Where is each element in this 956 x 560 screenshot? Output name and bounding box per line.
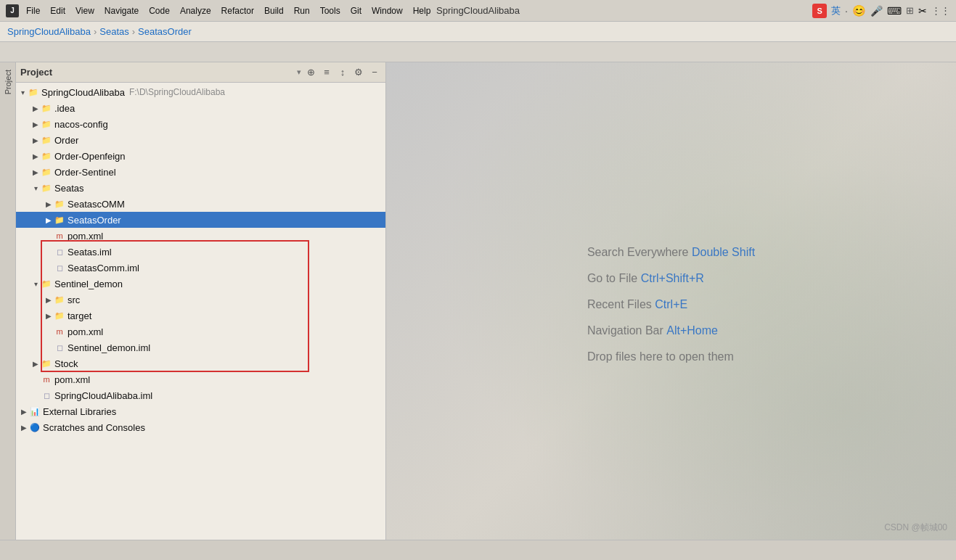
root-arrow: ▾ bbox=[17, 87, 28, 97]
idea-folder-icon: 📁 bbox=[41, 102, 52, 114]
status-bar bbox=[0, 540, 956, 560]
panel-icon-locate[interactable]: ⊕ bbox=[304, 66, 317, 79]
nacos-folder-icon: 📁 bbox=[41, 118, 52, 130]
shortcut-recent-key: Ctrl+E bbox=[655, 298, 687, 310]
sogou-dot: · bbox=[845, 5, 848, 17]
seatasorder-folder-icon: 📁 bbox=[54, 214, 65, 226]
sogou-mic[interactable]: 🎤 bbox=[870, 5, 883, 17]
tree-item-sentinel-iml[interactable]: ▶ ◻ Sentinel_demon.iml bbox=[16, 339, 385, 355]
menu-navigate[interactable]: Navigate bbox=[100, 4, 143, 17]
tree-item-sentinel-demon[interactable]: ▾ 📁 Sentinel_demon bbox=[16, 276, 385, 292]
panel-icon-collapse[interactable]: ≡ bbox=[320, 66, 333, 79]
scratches-label: Scratches and Consoles bbox=[43, 422, 145, 433]
shortcut-search-label: Search Everywhere bbox=[587, 246, 689, 258]
panel-icon-settings[interactable]: ⚙ bbox=[352, 66, 365, 79]
tree-item-seatas-iml[interactable]: ▶ ◻ Seatas.iml bbox=[16, 244, 385, 260]
menu-analyze[interactable]: Analyze bbox=[176, 4, 216, 17]
root-iml-label: SpringCloudAlibaba.iml bbox=[54, 390, 152, 401]
breadcrumb-root[interactable]: SpringCloudAlibaba bbox=[7, 26, 91, 37]
sogou-emoji[interactable]: 😊 bbox=[852, 4, 866, 17]
target-arrow: ▶ bbox=[44, 310, 54, 321]
menu-view[interactable]: View bbox=[71, 4, 99, 17]
ext-arrow: ▶ bbox=[19, 406, 29, 416]
menu-edit[interactable]: Edit bbox=[46, 4, 70, 17]
shortcut-navbar: Navigation Bar Alt+Home bbox=[587, 324, 755, 337]
sogou-keyboard[interactable]: ⌨ bbox=[887, 5, 902, 17]
menu-code[interactable]: Code bbox=[144, 4, 174, 17]
root-folder-icon: 📁 bbox=[28, 86, 39, 98]
openfeign-label: Order-Openfeign bbox=[54, 151, 126, 162]
tree-item-src[interactable]: ▶ 📁 src bbox=[16, 292, 385, 308]
tree-item-idea[interactable]: ▶ 📁 .idea bbox=[16, 100, 385, 116]
stock-label: Stock bbox=[54, 358, 78, 369]
menu-run[interactable]: Run bbox=[290, 4, 314, 17]
tree-item-seatascomm[interactable]: ▶ 📁 SeatascOMM bbox=[16, 196, 385, 212]
tree-item-nacos[interactable]: ▶ 📁 nacos-config bbox=[16, 116, 385, 132]
sogou-lang[interactable]: 英 bbox=[831, 4, 841, 17]
seatas-iml-icon: ◻ bbox=[54, 246, 65, 258]
seatasorder-label: SeatasOrder bbox=[68, 215, 121, 226]
tree-item-root-iml[interactable]: ▶ ◻ SpringCloudAlibaba.iml bbox=[16, 387, 385, 403]
seatas-folder-icon: 📁 bbox=[41, 182, 52, 194]
tree-item-order[interactable]: ▶ 📁 Order bbox=[16, 132, 385, 148]
tree-item-pom-root[interactable]: ▶ m pom.xml bbox=[16, 371, 385, 387]
src-label: src bbox=[68, 295, 80, 305]
panel-header: Project ▾ ⊕ ≡ ↕ ⚙ − bbox=[16, 62, 385, 83]
root-label: SpringCloudAlibaba bbox=[41, 87, 125, 98]
toolbar-bar bbox=[0, 42, 956, 62]
panel-icon-minimize[interactable]: − bbox=[368, 66, 381, 79]
tree-container[interactable]: ▾ 📁 SpringCloudAlibaba F:\D\SpringCloudA… bbox=[16, 83, 385, 560]
menu-tools[interactable]: Tools bbox=[316, 4, 345, 17]
shortcut-drop: Drop files here to open them bbox=[587, 350, 755, 363]
nacos-label: nacos-config bbox=[54, 119, 108, 130]
order-folder-icon: 📁 bbox=[41, 134, 52, 146]
scratches-icon: 🔵 bbox=[29, 421, 41, 433]
project-tab-label[interactable]: Project bbox=[2, 67, 14, 97]
tree-item-pom-sentinel[interactable]: ▶ m pom.xml bbox=[16, 324, 385, 339]
stock-folder-icon: 📁 bbox=[41, 358, 52, 369]
title-bar: J File Edit View Navigate Code Analyze R… bbox=[0, 0, 956, 22]
tree-item-order-sentinel[interactable]: ▶ 📁 Order-Sentinel bbox=[16, 164, 385, 180]
pom-seatas-icon: m bbox=[54, 230, 65, 242]
menu-window[interactable]: Window bbox=[367, 4, 407, 17]
src-folder-icon: 📁 bbox=[54, 294, 65, 305]
breadcrumb: SpringCloudAlibaba › Seatas › SeatasOrde… bbox=[0, 22, 956, 42]
menu-help[interactable]: Help bbox=[409, 4, 436, 17]
tree-item-stock[interactable]: ▶ 📁 Stock bbox=[16, 355, 385, 371]
seatascomm-folder-icon: 📁 bbox=[54, 198, 65, 210]
menu-bar: File Edit View Navigate Code Analyze Ref… bbox=[22, 4, 435, 17]
menu-build[interactable]: Build bbox=[260, 4, 288, 17]
shortcut-recent-label: Recent Files bbox=[587, 298, 652, 310]
shortcut-search: Search Everywhere Double Shift bbox=[587, 246, 755, 259]
sogou-scissors[interactable]: ✂ bbox=[918, 5, 927, 17]
menu-refactor[interactable]: Refactor bbox=[217, 4, 258, 17]
sentinel-demon-arrow: ▾ bbox=[30, 279, 41, 289]
tree-item-seatas[interactable]: ▾ 📁 Seatas bbox=[16, 180, 385, 196]
ext-lib-icon: 📊 bbox=[29, 405, 41, 417]
seatascomm-arrow: ▶ bbox=[44, 199, 54, 209]
app-logo: J bbox=[6, 4, 19, 17]
tree-item-ext-libraries[interactable]: ▶ 📊 External Libraries bbox=[16, 403, 385, 419]
shortcut-search-key: Double Shift bbox=[692, 246, 755, 258]
tree-item-scratches[interactable]: ▶ 🔵 Scratches and Consoles bbox=[16, 419, 385, 435]
tree-item-target[interactable]: ▶ 📁 target bbox=[16, 308, 385, 324]
sogou-logo: S bbox=[812, 4, 827, 18]
tree-item-pom-seatas[interactable]: ▶ m pom.xml bbox=[16, 228, 385, 244]
sogou-grid[interactable]: ⊞ bbox=[906, 5, 914, 16]
menu-git[interactable]: Git bbox=[346, 4, 366, 17]
target-label: target bbox=[68, 310, 91, 321]
panel-icon-sort[interactable]: ↕ bbox=[336, 66, 349, 79]
shortcut-drop-label: Drop files here to open them bbox=[587, 350, 734, 363]
breadcrumb-mid[interactable]: Seatas bbox=[99, 26, 128, 37]
watermark: CSDN @帧城00 bbox=[884, 522, 947, 534]
nacos-arrow: ▶ bbox=[30, 119, 41, 129]
sogou-more[interactable]: ⋮⋮ bbox=[931, 5, 950, 16]
menu-file[interactable]: File bbox=[22, 4, 44, 17]
tree-item-seatascomm-iml[interactable]: ▶ ◻ SeatasComm.iml bbox=[16, 260, 385, 276]
tree-item-seatasorder[interactable]: ▶ 📁 SeatasOrder bbox=[16, 212, 385, 228]
tree-item-order-openfeign[interactable]: ▶ 📁 Order-Openfeign bbox=[16, 148, 385, 164]
tree-root[interactable]: ▾ 📁 SpringCloudAlibaba F:\D\SpringCloudA… bbox=[16, 84, 385, 100]
shortcuts-container: Search Everywhere Double Shift Go to Fil… bbox=[587, 246, 755, 376]
idea-arrow: ▶ bbox=[30, 103, 41, 113]
scratches-arrow: ▶ bbox=[19, 422, 29, 432]
